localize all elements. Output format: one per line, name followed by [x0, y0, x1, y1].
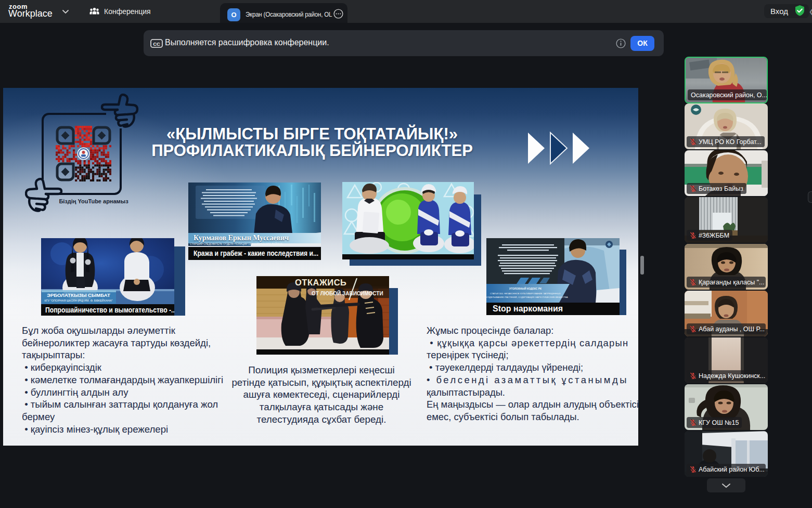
svg-text:СТАРШИЙ СЛЕДОВАТЕЛЬ ОТДЕЛА ПОЛ: СТАРШИЙ СЛЕДОВАТЕЛЬ ОТДЕЛА ПОЛИЦИИ ОСАКА… — [190, 242, 283, 245]
svg-text:CC: CC — [153, 41, 160, 47]
svg-text:Курманов Еркын Муссаевич: Курманов Еркын Муссаевич — [194, 234, 289, 242]
svg-text:КГУ "ОПОРНАЯ ШКОЛА (РЦ) ИМ. Ә.: КГУ "ОПОРНАЯ ШКОЛА (РЦ) ИМ. Ә. БӨКЕЙХАНА… — [44, 298, 112, 302]
svg-text:К ВОЗДЕЛЫВАНИЮ РАСТЕНИЙ, СОДЕР: К ВОЗДЕЛЫВАНИЮ РАСТЕНИЙ, СОДЕРЖАЩИХ НАРК… — [486, 296, 568, 298]
svg-text:ЭРБОЛАТКЫЗЫ СЫМБАТ: ЭРБОЛАТКЫЗЫ СЫМБАТ — [47, 292, 110, 298]
svg-text:ОТКАЖИСЬ: ОТКАЖИСЬ — [295, 278, 346, 287]
svg-text:УГОЛОВНЫЙ КОДЕКС РК: УГОЛОВНЫЙ КОДЕКС РК — [509, 286, 542, 290]
svg-text:СТАТЬЯ 300. НЕЗАКОННОЕ КУЛЬТИВ: СТАТЬЯ 300. НЕЗАКОННОЕ КУЛЬТИВИРОВАНИЕ З… — [490, 292, 561, 295]
svg-text:ОТ ЛЮБОЙ ЗАВИСИМОСТИ: ОТ ЛЮБОЙ ЗАВИСИМОСТИ — [312, 290, 383, 296]
